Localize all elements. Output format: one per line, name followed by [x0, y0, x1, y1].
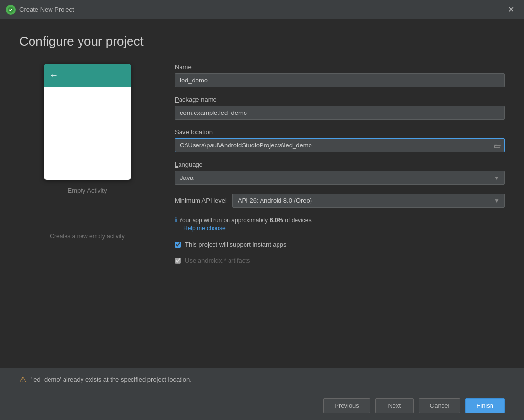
name-input[interactable]	[175, 73, 505, 87]
main-content: Configure your project ← Empty Activity …	[0, 19, 524, 368]
phone-header: ←	[44, 64, 131, 87]
package-input[interactable]	[175, 106, 505, 120]
info-container: ℹ Your app will run on approximately 6.0…	[175, 216, 505, 232]
app-icon	[6, 5, 16, 15]
back-arrow-icon: ←	[49, 70, 58, 81]
api-label: Minimum API level	[175, 197, 227, 204]
package-field-group: Package name	[175, 96, 505, 120]
description-label: Creates a new empty activity	[50, 233, 124, 240]
androidx-checkbox[interactable]	[175, 258, 181, 264]
activity-label: Empty Activity	[68, 187, 107, 194]
footer: Previous Next Cancel Finish	[0, 391, 524, 420]
androidx-row: Use androidx.* artifacts	[175, 257, 505, 264]
right-panel: Name Package name Save location 🗁 Langua…	[175, 64, 505, 368]
language-select[interactable]: Java Kotlin	[175, 171, 505, 185]
info-suffix: of devices.	[285, 217, 312, 224]
left-panel: ← Empty Activity Creates a new empty act…	[19, 64, 155, 368]
api-select-wrapper: API 16: Android 4.1 (Jelly Bean) API 21:…	[232, 194, 505, 208]
api-row: Minimum API level API 16: Android 4.1 (J…	[175, 194, 505, 208]
titlebar: Create New Project ✕	[0, 0, 524, 19]
name-label: Name	[175, 64, 505, 71]
instant-apps-label: This project will support instant apps	[185, 241, 287, 248]
language-select-wrapper: Java Kotlin ▼	[175, 171, 505, 185]
window-title: Create New Project	[19, 6, 74, 13]
package-label: Package name	[175, 96, 505, 103]
page-title: Configure your project	[19, 34, 505, 49]
finish-button[interactable]: Finish	[465, 398, 505, 413]
warning-icon: ⚠	[19, 375, 26, 384]
warning-text: 'led_demo' already exists at the specifi…	[31, 376, 192, 383]
phone-preview: ←	[44, 64, 131, 180]
save-location-input[interactable]	[175, 138, 505, 152]
info-prefix: Your app will run on approximately	[179, 217, 268, 224]
help-me-choose-link[interactable]: Help me choose	[183, 225, 226, 232]
phone-body	[44, 87, 131, 180]
name-field-group: Name	[175, 64, 505, 87]
instant-apps-row: This project will support instant apps	[175, 241, 505, 248]
language-field-group: Language Java Kotlin ▼	[175, 161, 505, 185]
cancel-button[interactable]: Cancel	[419, 398, 460, 413]
content-area: ← Empty Activity Creates a new empty act…	[19, 64, 505, 368]
info-icon: ℹ	[175, 216, 177, 224]
previous-button[interactable]: Previous	[323, 398, 370, 413]
info-text: ℹ Your app will run on approximately 6.0…	[175, 216, 505, 224]
save-location-input-wrapper: 🗁	[175, 138, 505, 152]
close-button[interactable]: ✕	[504, 3, 518, 16]
save-location-field-group: Save location 🗁	[175, 129, 505, 152]
next-button[interactable]: Next	[375, 398, 414, 413]
folder-icon[interactable]: 🗁	[494, 142, 501, 149]
language-label: Language	[175, 161, 505, 168]
info-percent: 6.0%	[270, 217, 283, 224]
instant-apps-checkbox[interactable]	[175, 242, 181, 248]
save-location-label: Save location	[175, 129, 505, 136]
androidx-label: Use androidx.* artifacts	[185, 257, 250, 264]
warning-bar: ⚠ 'led_demo' already exists at the speci…	[0, 368, 524, 391]
api-select[interactable]: API 16: Android 4.1 (Jelly Bean) API 21:…	[232, 194, 505, 208]
titlebar-left: Create New Project	[6, 5, 74, 15]
